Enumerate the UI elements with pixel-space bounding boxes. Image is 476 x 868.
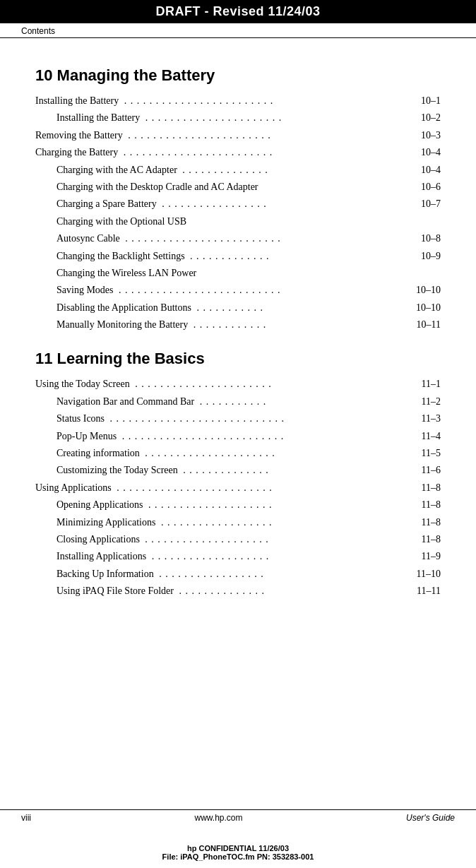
chapter-11-heading: 11 Learning the Basics (35, 350, 441, 368)
toc-page: 10–1 (421, 93, 441, 109)
toc-page: 11–8 (422, 497, 441, 513)
content-area: 10 Managing the Battery Installing the B… (0, 38, 476, 631)
toc-text: Charging a Spare Battery (56, 196, 157, 212)
toc-page: 10–4 (421, 145, 441, 160)
toc-entry: Customizing the Today Screen . . . . . .… (35, 463, 441, 478)
toc-page: 10–3 (421, 128, 441, 143)
toc-dots: . . . . . . . . . . . . . . . . . (159, 196, 419, 212)
toc-entry: Charging the Battery . . . . . . . . . .… (35, 145, 441, 160)
chapter-10-heading: 10 Managing the Battery (35, 66, 441, 85)
toc-dots: . . . . . . . . . . . (196, 394, 419, 410)
footer-center: www.hp.com (31, 813, 406, 823)
toc-dots: . . . . . . . . . . . . . . . . . . . . … (107, 411, 419, 427)
toc-text: Using the Today Screen (35, 376, 130, 392)
toc-text: Disabling the Application Buttons (56, 300, 191, 316)
toc-text: Using Applications (35, 480, 112, 496)
toc-dots: . . . . . . . . . . . . . . . . . . (157, 515, 419, 530)
toc-entry: Using iPAQ File Store Folder . . . . . .… (35, 583, 441, 599)
section-label: Contents (0, 23, 476, 38)
toc-entry: Disabling the Application Buttons . . . … (35, 300, 441, 316)
toc-dots: . . . . . . . . . . . . . . . . . . . . (145, 497, 420, 513)
toc-dots: . . . . . . . . . . . . . . . . . . . . … (121, 93, 419, 109)
toc-text: Installing Applications (56, 549, 146, 564)
chapter-10-number: 10 (35, 66, 57, 84)
toc-entry: Autosync Cable . . . . . . . . . . . . .… (35, 231, 441, 246)
toc-page: 10–2 (421, 110, 441, 126)
toc-page: 11–8 (422, 480, 441, 496)
toc-dots: . . . . . . . . . . . . . . . . . . . . … (120, 145, 419, 160)
toc-page: 10–8 (421, 231, 441, 246)
toc-dots: . . . . . . . . . . . . . . . . . . . . … (142, 446, 420, 461)
chapter-10: 10 Managing the Battery Installing the B… (35, 66, 441, 333)
toc-dots: . . . . . . . . . . . . . . . . . . . . (142, 532, 420, 547)
toc-text: Using iPAQ File Store Folder (56, 583, 174, 599)
toc-entry: Using the Today Screen . . . . . . . . .… (35, 376, 441, 392)
toc-dots (261, 179, 419, 195)
toc-dots: . . . . . . . . . . . . . (187, 249, 419, 264)
toc-page: 11–8 (422, 515, 441, 530)
toc-dots: . . . . . . . . . . . . . . . . . . . . … (116, 283, 415, 298)
toc-entry: Charging with the AC Adapter . . . . . .… (35, 162, 441, 178)
toc-text: Closing Applications (56, 532, 140, 547)
toc-page: 10–10 (416, 283, 441, 298)
toc-entry: Charging with the Optional USB (35, 214, 441, 230)
toc-entry: Backing Up Information . . . . . . . . .… (35, 566, 441, 582)
toc-text: Customizing the Today Screen (56, 463, 178, 478)
toc-text: Minimizing Applications (56, 515, 155, 530)
toc-text: Charging with the Desktop Cradle and AC … (56, 179, 258, 195)
page-header: DRAFT - Revised 11/24/03 (0, 0, 476, 23)
toc-text: Installing the Battery (56, 110, 140, 126)
toc-page: 10–7 (421, 196, 441, 212)
confidential-notice: hp CONFIDENTIAL 11/26/03 File: iPAQ_Phon… (0, 844, 476, 861)
toc-dots: . . . . . . . . . . . . . . . . . . . (148, 549, 419, 564)
toc-entry: Changing the Backlight Settings . . . . … (35, 249, 441, 264)
toc-text: Navigation Bar and Command Bar (56, 394, 194, 410)
toc-page: 10–6 (421, 179, 441, 195)
toc-entry: Changing the Wireless LAN Power (35, 266, 441, 281)
toc-page: 11–3 (422, 411, 441, 427)
toc-page: 11–5 (422, 446, 441, 461)
toc-entry: Installing Applications . . . . . . . . … (35, 549, 441, 564)
toc-text: Status Icons (56, 411, 105, 427)
toc-entry: Minimizing Applications . . . . . . . . … (35, 515, 441, 530)
toc-entry: Status Icons . . . . . . . . . . . . . .… (35, 411, 441, 427)
toc-entry: Charging with the Desktop Cradle and AC … (35, 179, 441, 195)
toc-page: 11–8 (422, 532, 441, 547)
toc-page: 10–10 (416, 300, 441, 316)
chapter-11-title: Learning the Basics (57, 350, 205, 367)
toc-entry: Saving Modes . . . . . . . . . . . . . .… (35, 283, 441, 298)
toc-dots: . . . . . . . . . . . . . . (176, 583, 415, 599)
toc-entry: Using Applications . . . . . . . . . . .… (35, 480, 441, 496)
toc-page: 10–9 (421, 249, 441, 264)
toc-entry: Removing the Battery . . . . . . . . . .… (35, 128, 441, 143)
toc-dots: . . . . . . . . . . . . . . . . . (156, 566, 415, 582)
toc-text: Autosync Cable (56, 231, 120, 246)
toc-dots: . . . . . . . . . . . (194, 300, 414, 316)
toc-page: 11–10 (417, 566, 441, 582)
toc-entry: Manually Monitoring the Battery . . . . … (35, 317, 441, 333)
toc-dots: . . . . . . . . . . . . . . . . . . . . … (142, 110, 419, 126)
confidential-line2: File: iPAQ_PhoneTOC.fm PN: 353283-001 (0, 852, 476, 861)
toc-text: Removing the Battery (35, 128, 123, 143)
toc-text: Installing the Battery (35, 93, 119, 109)
toc-page: 11–9 (422, 549, 441, 564)
toc-text: Changing the Wireless LAN Power (56, 266, 196, 281)
toc-dots (189, 214, 439, 230)
toc-dots: . . . . . . . . . . . . (190, 317, 414, 333)
toc-dots: . . . . . . . . . . . . . . . . . . . . … (122, 231, 419, 246)
toc-entry: Pop-Up Menus . . . . . . . . . . . . . .… (35, 429, 441, 444)
toc-entry: Navigation Bar and Command Bar . . . . .… (35, 394, 441, 410)
chapter-10-title: Managing the Battery (57, 66, 215, 84)
footer-right: User's Guide (406, 813, 455, 823)
toc-dots: . . . . . . . . . . . . . . . . . . . . … (114, 480, 420, 496)
chapter-11-number: 11 (35, 350, 57, 367)
footer-left: viii (21, 813, 31, 823)
toc-page: 10–11 (417, 317, 441, 333)
toc-text: Manually Monitoring the Battery (56, 317, 188, 333)
toc-page: 11–11 (417, 583, 441, 599)
toc-dots: . . . . . . . . . . . . . . (180, 463, 420, 478)
toc-text: Charging with the AC Adapter (56, 162, 177, 178)
toc-entry: Creating information . . . . . . . . . .… (35, 446, 441, 461)
toc-entry: Closing Applications . . . . . . . . . .… (35, 532, 441, 547)
toc-entry: Charging a Spare Battery . . . . . . . .… (35, 196, 441, 212)
